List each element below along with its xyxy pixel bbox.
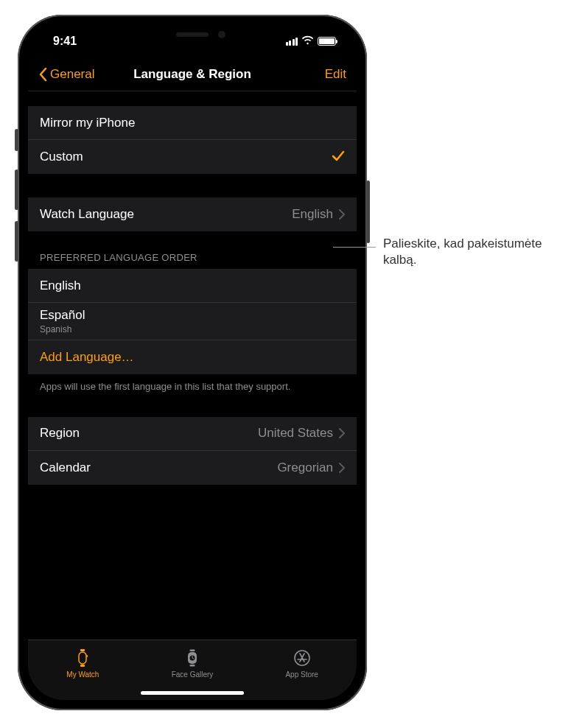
tab-app-store[interactable]: App Store [247, 640, 357, 687]
tab-label: Face Gallery [172, 670, 214, 679]
lang-title: Español [40, 308, 85, 322]
svg-rect-3 [87, 655, 88, 657]
svg-rect-0 [79, 652, 86, 664]
chevron-right-icon [339, 209, 345, 220]
volume-down-button[interactable] [15, 221, 18, 262]
calendar-row[interactable]: Calendar Gregorian [28, 451, 357, 485]
status-time: 9:41 [53, 35, 77, 48]
home-indicator[interactable] [141, 691, 244, 695]
volume-up-button[interactable] [15, 169, 18, 210]
callout-text: Palieskite, kad pakeistumėte kalbą. [383, 236, 575, 268]
watch-language-value: English [292, 207, 333, 222]
watch-language-row[interactable]: Watch Language English [28, 197, 357, 231]
tab-label: My Watch [66, 670, 99, 679]
tab-label: App Store [285, 670, 318, 679]
callout-line [333, 247, 376, 248]
mirror-row[interactable]: Mirror my iPhone [28, 106, 357, 140]
svg-rect-6 [190, 665, 195, 667]
checkmark-icon [332, 149, 345, 166]
region-row[interactable]: Region United States [28, 417, 357, 451]
language-item-english[interactable]: English [28, 269, 357, 303]
custom-label: Custom [40, 150, 83, 164]
wifi-icon [301, 35, 314, 48]
add-language-button[interactable]: Add Language… [28, 340, 357, 374]
region-label: Region [40, 426, 80, 441]
chevron-right-icon [339, 428, 345, 438]
lang-title: English [40, 279, 81, 293]
tab-my-watch[interactable]: My Watch [28, 640, 138, 687]
custom-row[interactable]: Custom [28, 140, 357, 174]
calendar-value: Gregorian [277, 460, 333, 475]
battery-icon [318, 37, 336, 46]
notch [119, 25, 266, 46]
svg-rect-5 [190, 650, 195, 652]
phone-frame: 9:41 General Language & Region Edit [18, 15, 367, 710]
power-button[interactable] [366, 181, 370, 243]
mirror-label: Mirror my iPhone [40, 116, 135, 130]
edit-button[interactable]: Edit [325, 67, 346, 82]
face-gallery-icon [182, 648, 203, 669]
region-group: Region United States Calendar Gregorian [28, 417, 357, 485]
preferred-order-group: English Español Spanish Add Language… [28, 269, 357, 374]
back-button[interactable]: General [38, 67, 94, 82]
chevron-right-icon [339, 463, 345, 473]
preferred-order-header: PREFERRED LANGUAGE ORDER [28, 231, 357, 269]
status-right [286, 35, 337, 48]
tab-face-gallery[interactable]: Face Gallery [138, 640, 248, 687]
screen: 9:41 General Language & Region Edit [28, 25, 357, 700]
watch-language-label: Watch Language [40, 207, 134, 222]
mute-switch[interactable] [15, 129, 18, 151]
cellular-icon [286, 38, 298, 46]
add-language-label: Add Language… [40, 350, 134, 365]
calendar-label: Calendar [40, 460, 91, 475]
preferred-order-footer: Apps will use the first language in this… [28, 374, 357, 393]
language-item-espanol[interactable]: Español Spanish [28, 303, 357, 340]
app-store-icon [292, 648, 312, 669]
nav-bar: General Language & Region Edit [28, 57, 357, 91]
watch-icon [72, 648, 93, 669]
lang-subtitle: Spanish [40, 324, 345, 335]
back-label: General [50, 67, 94, 82]
content: Mirror my iPhone Custom Watch Language E… [28, 91, 357, 640]
region-value: United States [258, 426, 333, 441]
svg-rect-1 [80, 649, 85, 651]
watch-language-group: Watch Language English [28, 197, 357, 231]
svg-rect-2 [80, 665, 85, 667]
mirror-group: Mirror my iPhone Custom [28, 106, 357, 174]
